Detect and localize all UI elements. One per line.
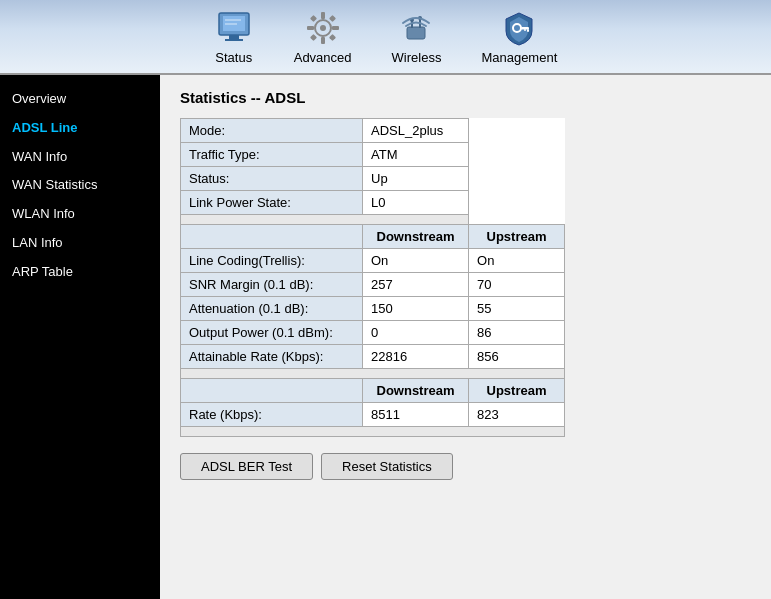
svg-rect-15 — [329, 34, 336, 41]
perf-header-empty — [181, 225, 363, 249]
reset-statistics-button[interactable]: Reset Statistics — [321, 453, 453, 480]
svg-rect-2 — [229, 35, 239, 39]
snr-label: SNR Margin (0.1 dB): — [181, 273, 363, 297]
svg-rect-16 — [407, 27, 425, 39]
table-row: Line Coding(Trellis): On On — [181, 249, 565, 273]
status-value: Up — [363, 167, 469, 191]
rate-downstream: 8511 — [363, 403, 469, 427]
snr-downstream: 257 — [363, 273, 469, 297]
svg-rect-24 — [524, 29, 526, 31]
rate-header-empty — [181, 379, 363, 403]
table-row: Rate (Kbps): 8511 823 — [181, 403, 565, 427]
status-label: Status: — [181, 167, 363, 191]
attenuation-label: Attenuation (0.1 dB): — [181, 297, 363, 321]
nav-wireless[interactable]: Wireless — [392, 8, 442, 65]
spacer-row-2 — [181, 369, 565, 379]
line-coding-downstream: On — [363, 249, 469, 273]
sidebar-item-wan-statistics[interactable]: WAN Statistics — [8, 171, 152, 200]
spacer-row — [181, 215, 565, 225]
status-svg — [215, 9, 253, 47]
attainable-rate-upstream: 856 — [469, 345, 565, 369]
svg-rect-14 — [310, 34, 317, 41]
output-power-downstream: 0 — [363, 321, 469, 345]
sidebar-item-wlan-info[interactable]: WLAN Info — [8, 200, 152, 229]
output-power-label: Output Power (0.1 dBm): — [181, 321, 363, 345]
mode-label: Mode: — [181, 119, 363, 143]
nav-status-label: Status — [215, 50, 252, 65]
button-bar: ADSL BER Test Reset Statistics — [180, 453, 751, 480]
status-icon — [214, 8, 254, 48]
link-power-value: L0 — [363, 191, 469, 215]
sidebar-item-wan-info[interactable]: WAN Info — [8, 143, 152, 172]
management-svg — [500, 9, 538, 47]
svg-rect-9 — [321, 37, 325, 44]
attenuation-downstream: 150 — [363, 297, 469, 321]
nav-management[interactable]: Management — [481, 8, 557, 65]
attainable-rate-downstream: 22816 — [363, 345, 469, 369]
svg-point-7 — [320, 25, 326, 31]
link-power-label: Link Power State: — [181, 191, 363, 215]
wireless-icon — [396, 8, 436, 48]
svg-rect-3 — [225, 39, 243, 41]
rate-header-downstream: Downstream — [363, 379, 469, 403]
table-row: Attainable Rate (Kbps): 22816 856 — [181, 345, 565, 369]
nav-advanced[interactable]: Advanced — [294, 8, 352, 65]
table-row: SNR Margin (0.1 dB): 257 70 — [181, 273, 565, 297]
advanced-svg — [304, 9, 342, 47]
output-power-upstream: 86 — [469, 321, 565, 345]
sidebar-item-adsl-line[interactable]: ADSL Line — [8, 114, 152, 143]
svg-rect-8 — [321, 12, 325, 19]
table-row: Mode: ADSL_2plus — [181, 119, 565, 143]
table-row: Traffic Type: ATM — [181, 143, 565, 167]
table-row: Link Power State: L0 — [181, 191, 565, 215]
attainable-rate-label: Attainable Rate (Kbps): — [181, 345, 363, 369]
nav-wireless-label: Wireless — [392, 50, 442, 65]
line-coding-label: Line Coding(Trellis): — [181, 249, 363, 273]
svg-rect-12 — [310, 15, 317, 22]
traffic-type-label: Traffic Type: — [181, 143, 363, 167]
rate-header-row: Downstream Upstream — [181, 379, 565, 403]
rate-label: Rate (Kbps): — [181, 403, 363, 427]
management-icon — [499, 8, 539, 48]
sidebar-item-arp-table[interactable]: ARP Table — [8, 258, 152, 287]
perf-header-upstream: Upstream — [469, 225, 565, 249]
mode-value: ADSL_2plus — [363, 119, 469, 143]
svg-rect-23 — [527, 29, 529, 32]
svg-rect-13 — [329, 15, 336, 22]
svg-rect-10 — [307, 26, 314, 30]
nav-advanced-label: Advanced — [294, 50, 352, 65]
traffic-type-value: ATM — [363, 143, 469, 167]
body-layout: Overview ADSL Line WAN Info WAN Statisti… — [0, 75, 771, 599]
perf-header-row: Downstream Upstream — [181, 225, 565, 249]
snr-upstream: 70 — [469, 273, 565, 297]
line-coding-upstream: On — [469, 249, 565, 273]
header: Status Advanced — [0, 0, 771, 75]
rate-upstream: 823 — [469, 403, 565, 427]
perf-header-downstream: Downstream — [363, 225, 469, 249]
table-row: Status: Up — [181, 167, 565, 191]
main-content: Statistics -- ADSL Mode: ADSL_2plus Traf… — [160, 75, 771, 599]
rate-header-upstream: Upstream — [469, 379, 565, 403]
advanced-icon — [303, 8, 343, 48]
sidebar: Overview ADSL Line WAN Info WAN Statisti… — [0, 75, 160, 599]
attenuation-upstream: 55 — [469, 297, 565, 321]
spacer-row-3 — [181, 427, 565, 437]
basic-info-table: Mode: ADSL_2plus Traffic Type: ATM Statu… — [180, 118, 565, 437]
sidebar-item-overview[interactable]: Overview — [8, 85, 152, 114]
ber-test-button[interactable]: ADSL BER Test — [180, 453, 313, 480]
nav-management-label: Management — [481, 50, 557, 65]
nav-status[interactable]: Status — [214, 8, 254, 65]
page-title: Statistics -- ADSL — [180, 89, 751, 106]
table-row: Output Power (0.1 dBm): 0 86 — [181, 321, 565, 345]
wireless-svg — [397, 9, 435, 47]
svg-rect-11 — [332, 26, 339, 30]
table-row: Attenuation (0.1 dB): 150 55 — [181, 297, 565, 321]
sidebar-item-lan-info[interactable]: LAN Info — [8, 229, 152, 258]
